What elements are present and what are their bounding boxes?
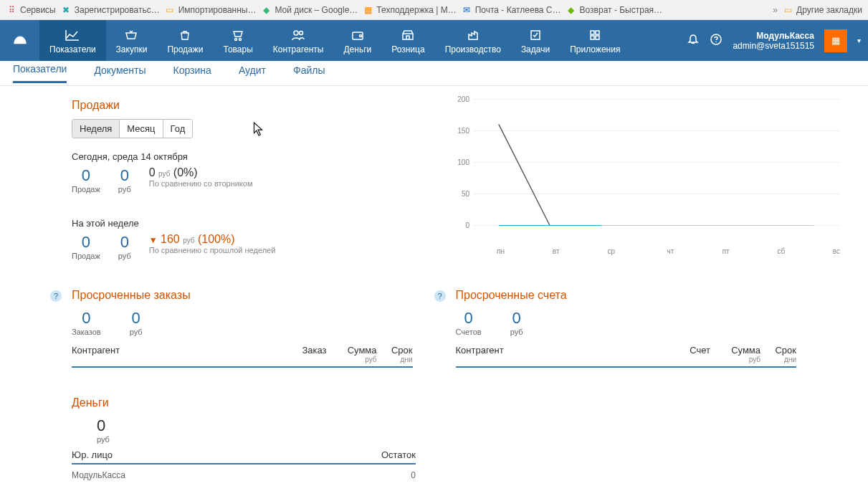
app-logo[interactable] [0, 20, 39, 61]
chart-line-icon [65, 27, 80, 43]
bookmark-support[interactable]: ▦Техподдержка | М… [362, 4, 456, 16]
subnav-trash[interactable]: Корзина [173, 65, 211, 82]
money-title: Деньги [72, 396, 796, 409]
shopping-cart-icon [231, 27, 245, 43]
bookmark-return[interactable]: ◆Возврат - Быстрая… [566, 4, 663, 16]
people-icon [290, 27, 306, 43]
nav-production[interactable]: Производство [435, 20, 511, 61]
sales-title: Продажи [72, 99, 416, 112]
user-company: МодульКасса [733, 31, 814, 41]
money-amount: 0 руб [97, 416, 796, 444]
subnav-indicators[interactable]: Показатели [13, 63, 67, 83]
bookmarks-bar: ⠿Сервисы ✖Зарегистрироватьс… ▭Импортиров… [0, 0, 868, 20]
nav-goods[interactable]: Товары [214, 20, 263, 61]
cursor-icon [253, 122, 263, 136]
week-sales-count: 0 Продаж [72, 233, 100, 260]
nav-contractors[interactable]: Контрагенты [263, 20, 334, 61]
check-square-icon [529, 27, 542, 43]
today-rub-count: 0 руб [118, 166, 131, 194]
help-icon[interactable] [710, 33, 722, 48]
invoices-rub: 0 руб [510, 309, 523, 336]
bell-icon[interactable] [687, 33, 700, 48]
svg-point-0 [235, 38, 237, 40]
arrow-down-icon: ▼ [149, 235, 158, 245]
sub-nav: Показатели Документы Корзина Аудит Файлы [0, 61, 868, 86]
user-block[interactable]: МодульКасса admin@sveta151515 [733, 31, 814, 51]
nav-tasks[interactable]: Задачи [511, 20, 560, 61]
nav-apps[interactable]: Приложения [560, 20, 630, 61]
svg-point-2 [294, 31, 298, 35]
overdue-orders-title: Просроченные заказы [72, 289, 413, 302]
bookmark-drive[interactable]: ◆Мой диск – Google… [260, 4, 358, 16]
store-icon [401, 27, 415, 43]
svg-rect-8 [596, 31, 599, 34]
factory-icon [466, 27, 480, 43]
tab-week[interactable]: Неделя [72, 120, 120, 138]
top-nav: Показатели Закупки Продажи Товары Контра… [0, 20, 868, 61]
week-comparison: ▼ 160 руб (100%) По сравнению с прошлой … [149, 233, 276, 254]
user-avatar[interactable]: ▦ [824, 29, 847, 52]
today-label: Сегодня, среда 14 октября [72, 151, 416, 162]
help-icon[interactable]: ? [434, 290, 446, 302]
wallet-icon [350, 27, 365, 43]
bag-icon [178, 27, 191, 43]
nav-sales[interactable]: Продажи [157, 20, 213, 61]
overdue-invoices-section: ? Просроченные счета 0 Счетов 0 руб Конт… [456, 289, 797, 368]
chevron-down-icon[interactable]: ▾ [857, 37, 861, 44]
orders-rub: 0 руб [130, 309, 143, 336]
svg-rect-9 [591, 36, 594, 39]
today-sales-count: 0 Продаж [72, 166, 100, 194]
bookmark-register[interactable]: ✖Зарегистрироватьс… [60, 4, 160, 16]
cart-in-icon [124, 27, 138, 43]
week-label: На этой неделе [72, 218, 416, 229]
bookmarks-more-icon[interactable]: » [773, 5, 778, 15]
nav-retail[interactable]: Розница [381, 20, 434, 61]
overdue-invoices-title: Просроченные счета [456, 289, 797, 302]
svg-point-5 [359, 34, 361, 37]
nav-money[interactable]: Деньги [333, 20, 381, 61]
today-comparison: 0 руб (0%) По сравнению со вторником [149, 166, 253, 188]
bookmark-imported[interactable]: ▭Импортированны… [164, 4, 257, 16]
help-icon[interactable]: ? [50, 290, 62, 302]
orders-table-header: Контрагент Заказ Суммаруб Срокдни [72, 345, 413, 368]
grid-icon [588, 27, 601, 43]
subnav-files[interactable]: Файлы [293, 65, 325, 82]
sales-chart: 200 150 100 50 0 пн вт ср чт пт сб вс [444, 99, 839, 242]
tab-year[interactable]: Год [163, 120, 193, 138]
bookmark-other[interactable]: ▭Другие закладки [782, 4, 862, 16]
money-section: Деньги 0 руб Юр. лицо Остаток МодульКасс… [0, 396, 868, 480]
invoices-count: 0 Счетов [456, 309, 482, 336]
invoices-table-header: Контрагент Счет Суммаруб Срокдни [456, 345, 797, 368]
bookmark-services[interactable]: ⠿Сервисы [6, 4, 56, 16]
week-rub-count: 0 руб [118, 233, 131, 260]
money-row: МодульКасса 0 [72, 464, 416, 480]
subnav-audit[interactable]: Аудит [239, 65, 266, 82]
subnav-documents[interactable]: Документы [94, 65, 146, 82]
user-login: admin@sveta151515 [733, 41, 814, 51]
money-table-header: Юр. лицо Остаток [72, 449, 416, 464]
nav-indicators[interactable]: Показатели [39, 20, 106, 61]
period-tabs: Неделя Месяц Год [72, 119, 193, 138]
svg-rect-7 [591, 31, 594, 34]
tab-month[interactable]: Месяц [120, 120, 163, 138]
nav-purchases[interactable]: Закупки [106, 20, 158, 61]
svg-rect-10 [596, 36, 599, 39]
bookmark-mail[interactable]: ✉Почта - Катлеева С… [461, 4, 561, 16]
overdue-orders-section: ? Просроченные заказы 0 Заказов 0 руб Ко… [72, 289, 413, 368]
svg-point-3 [300, 31, 303, 34]
svg-point-1 [239, 38, 242, 40]
orders-count: 0 Заказов [72, 309, 101, 336]
